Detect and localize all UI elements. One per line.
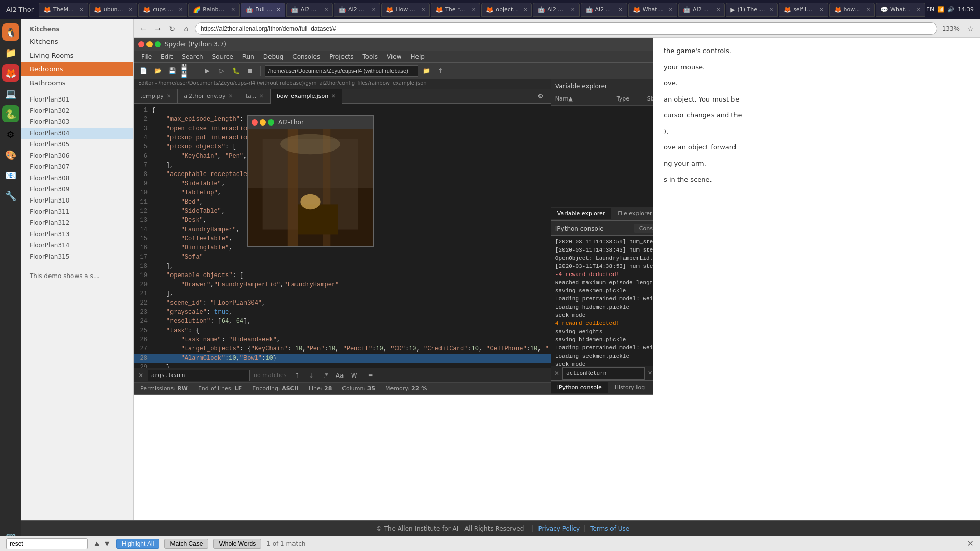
- ai2thor-close[interactable]: [252, 119, 258, 126]
- minimize-dot[interactable]: [146, 41, 153, 47]
- highlight-all-btn[interactable]: Highlight All: [116, 539, 160, 549]
- whole-words-btn[interactable]: Whole Words: [213, 539, 261, 549]
- bookmark-icon[interactable]: ☆: [965, 23, 976, 34]
- browser-tab-t8[interactable]: 🦊How py...✕: [381, 3, 430, 17]
- browser-tab-t11[interactable]: 🤖AI2-TH...✕: [533, 3, 579, 17]
- maximize-dot[interactable]: [155, 41, 161, 47]
- floor-plan-item[interactable]: FloorPlan301: [21, 94, 133, 105]
- console-search-input[interactable]: [562, 367, 645, 380]
- run-cell-btn[interactable]: ▷: [215, 65, 228, 77]
- search-close-btn[interactable]: ✕: [138, 372, 143, 379]
- browser-tab-t16[interactable]: 🦊self in P...✕: [779, 3, 828, 17]
- open-file-btn[interactable]: 📂: [152, 65, 164, 77]
- sidebar-item-bedrooms[interactable]: Bedrooms: [21, 62, 133, 76]
- menu-source[interactable]: Source: [208, 52, 237, 61]
- browser-tab-t17[interactable]: 🦊howto...✕: [829, 3, 875, 17]
- browse-btn[interactable]: 📁: [420, 65, 432, 77]
- save-all-btn[interactable]: 💾💾: [180, 65, 192, 77]
- floor-plan-item[interactable]: FloorPlan313: [21, 229, 133, 240]
- floor-plan-item[interactable]: FloorPlan305: [21, 139, 133, 150]
- menu-debug[interactable]: Debug: [259, 52, 287, 61]
- menu-search[interactable]: Search: [178, 52, 207, 61]
- linux-python-icon[interactable]: 🐍: [2, 105, 19, 122]
- tab-close-icon[interactable]: ✕: [228, 93, 232, 99]
- floor-plan-item[interactable]: FloorPlan308: [21, 172, 133, 184]
- save-btn[interactable]: 💾: [166, 65, 178, 77]
- browser-tab-t18[interactable]: 💬WhatsA...✕: [876, 3, 925, 17]
- forward-button[interactable]: →: [152, 23, 163, 34]
- browser-tab-t6[interactable]: 🤖AI2-TH...✕: [286, 3, 333, 17]
- find-next-btn[interactable]: ▼: [103, 539, 111, 548]
- menu-projects[interactable]: Projects: [325, 52, 357, 61]
- back-button[interactable]: ←: [138, 23, 149, 34]
- linux-firefox-icon[interactable]: 🦊: [2, 64, 19, 82]
- home-button[interactable]: ⌂: [181, 23, 192, 34]
- path-input[interactable]: [265, 65, 418, 77]
- editor-tab-temp[interactable]: temp.py ✕: [134, 89, 178, 104]
- linux-tools-icon[interactable]: 🔧: [2, 187, 19, 204]
- reload-button[interactable]: ↻: [166, 23, 178, 34]
- ai2thor-minimize[interactable]: [260, 119, 266, 126]
- browser-tab-t3[interactable]: 🦊cups-rl/...✕: [138, 3, 187, 17]
- tab-close-icon[interactable]: ✕: [259, 93, 263, 99]
- tab-close-icon[interactable]: ✕: [331, 93, 335, 99]
- console-search-clear[interactable]: ✕: [648, 370, 652, 377]
- word-btn[interactable]: W: [348, 369, 360, 382]
- up-btn[interactable]: ↑: [434, 65, 447, 77]
- close-dot[interactable]: [138, 41, 144, 47]
- tab-close-icon[interactable]: ✕: [167, 93, 171, 99]
- find-input[interactable]: [6, 538, 88, 549]
- tab-file-explorer[interactable]: File explorer: [611, 208, 658, 219]
- editor-tab-rainbow[interactable]: bow_example.json ✕: [271, 89, 342, 104]
- floor-plan-item[interactable]: FloorPlan306: [21, 150, 133, 161]
- linux-email-icon[interactable]: 📧: [2, 166, 19, 184]
- menu-help[interactable]: Help: [407, 52, 429, 61]
- floor-plan-item[interactable]: FloorPlan312: [21, 217, 133, 229]
- browser-tab-t1[interactable]: 🦊TheMTa...✕: [39, 3, 88, 17]
- floor-plan-item[interactable]: FloorPlan310: [21, 195, 133, 206]
- url-bar[interactable]: [195, 22, 937, 35]
- floor-plan-item[interactable]: FloorPlan311: [21, 206, 133, 217]
- debug-btn[interactable]: 🐛: [230, 65, 242, 77]
- search-next-btn[interactable]: ↓: [305, 369, 317, 382]
- editor-tab-ta[interactable]: ta... ✕: [239, 89, 271, 104]
- regex-btn[interactable]: .*: [320, 369, 332, 382]
- editor-options-btn[interactable]: ⚙: [534, 90, 547, 103]
- floor-plan-item[interactable]: FloorPlan309: [21, 184, 133, 195]
- browser-tab-t15[interactable]: ▶(1) The Si...✕: [726, 3, 778, 17]
- linux-files-icon[interactable]: 📁: [2, 44, 19, 61]
- col-name[interactable]: Nam▲: [551, 93, 612, 105]
- floor-plan-item[interactable]: FloorPlan315: [21, 251, 133, 262]
- footer-privacy-link[interactable]: Privacy Policy: [538, 525, 580, 532]
- menu-view[interactable]: View: [383, 52, 405, 61]
- console-search-close[interactable]: ✕: [554, 370, 559, 377]
- floor-plan-item-active[interactable]: FloorPlan304: [21, 128, 133, 139]
- menu-file[interactable]: File: [137, 52, 156, 61]
- find-close-btn[interactable]: ✕: [967, 539, 974, 548]
- search-options-btn[interactable]: ≡: [364, 369, 377, 382]
- footer-terms-link[interactable]: Terms of Use: [590, 525, 629, 532]
- browser-tab-t13[interactable]: 🦊What is...✕: [628, 3, 677, 17]
- browser-tab-t9[interactable]: 🦊The ran...✕: [431, 3, 480, 17]
- browser-tab-t7[interactable]: 🤖AI2-TH...✕: [334, 3, 380, 17]
- linux-terminal-icon[interactable]: 💻: [2, 85, 19, 102]
- new-file-btn[interactable]: 📄: [137, 65, 150, 77]
- browser-tab-t12[interactable]: 🤖AI2-TH...✕: [581, 3, 627, 17]
- linux-settings-icon[interactable]: ⚙️: [2, 126, 19, 143]
- sidebar-item-bathrooms[interactable]: Bathrooms: [21, 76, 133, 90]
- tab-ipython-console[interactable]: IPython console: [551, 382, 608, 393]
- floor-plan-item[interactable]: FloorPlan307: [21, 161, 133, 172]
- menu-edit[interactable]: Edit: [157, 52, 177, 61]
- floor-plan-item[interactable]: FloorPlan314: [21, 240, 133, 251]
- find-prev-btn[interactable]: ▲: [93, 539, 101, 548]
- browser-tab-t4[interactable]: 🌈Rainbow...✕: [188, 3, 240, 17]
- editor-tab-env[interactable]: ai2thor_env.py ✕: [178, 89, 239, 104]
- tab-history-log[interactable]: History log: [608, 382, 651, 393]
- browser-tab-t10[interactable]: 🦊object a...✕: [481, 3, 532, 17]
- case-btn[interactable]: Aa: [334, 369, 346, 382]
- floor-plan-item[interactable]: FloorPlan302: [21, 105, 133, 116]
- menu-tools[interactable]: Tools: [358, 52, 382, 61]
- col-type[interactable]: Type: [612, 93, 643, 105]
- stop-btn[interactable]: ⏹: [244, 65, 256, 77]
- browser-tab-t14[interactable]: 🤖AI2-TH...✕: [678, 3, 725, 17]
